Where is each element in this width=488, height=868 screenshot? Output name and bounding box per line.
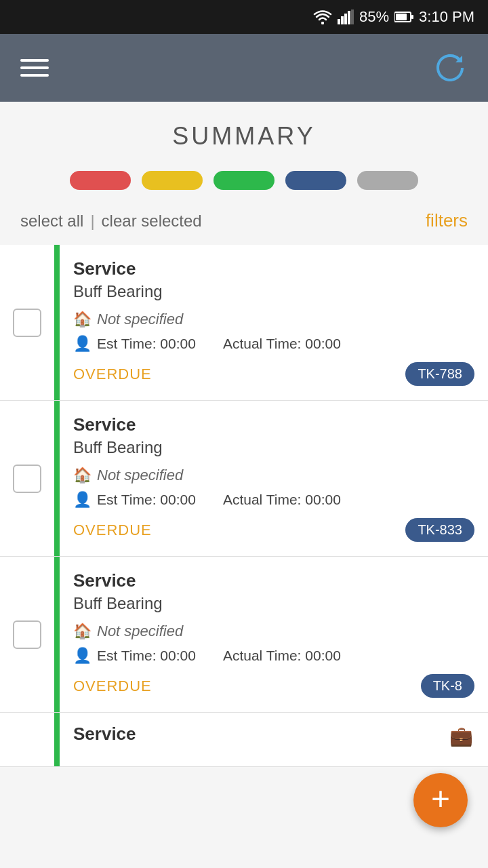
item-type-1: Service [73,258,474,279]
status-bar: 85% 3:10 PM [0,0,488,34]
item-times-3: 👤 Est Time: 00:00 Actual Time: 00:00 [73,647,474,665]
item-checkbox-3[interactable] [13,620,41,649]
svg-rect-1 [338,19,340,24]
hamburger-menu[interactable] [20,59,49,77]
item-location-1: 🏠 Not specified [73,311,474,328]
item-checkbox-area-1 [0,245,54,400]
item-content-2: Service Buff Bearing 🏠 Not specified 👤 E… [60,401,488,556]
house-icon-3: 🏠 [73,623,92,640]
svg-rect-4 [348,11,350,24]
clear-selected-link[interactable]: clear selected [102,212,202,231]
battery-text: 85% [359,8,389,26]
item-content-1: Service Buff Bearing 🏠 Not specified 👤 E… [60,245,488,400]
item-actual-time-1: Actual Time: 00:00 [223,336,341,352]
blue-pill[interactable] [285,171,346,190]
item-name-2: Buff Bearing [73,438,474,457]
item-status-1: OVERDUE [73,366,152,383]
svg-rect-7 [396,14,407,20]
wifi-icon [313,9,332,24]
status-icons: 85% 3:10 PM [313,8,474,26]
item-location-3: 🏠 Not specified [73,623,474,640]
svg-rect-5 [351,9,354,24]
item-location-text-3: Not specified [97,623,183,640]
item-status-2: OVERDUE [73,521,152,539]
item-actual-time-2: Actual Time: 00:00 [223,492,341,508]
item-footer-3: OVERDUE TK-8 [73,674,474,698]
item-location-text-2: Not specified [97,467,183,484]
item-green-bar-1 [54,245,60,400]
item-partial-icons-4: 💼 [434,713,488,747]
item-status-3: OVERDUE [73,677,152,695]
briefcase-icon-4: 💼 [449,725,473,747]
select-divider: | [90,212,94,231]
item-location-text-1: Not specified [97,311,183,328]
item-checkbox-2[interactable] [13,465,41,493]
list-item: Service Buff Bearing 🏠 Not specified 👤 E… [0,401,488,557]
list-item: Service Buff Bearing 🏠 Not specified 👤 E… [0,557,488,713]
item-footer-1: OVERDUE TK-788 [73,362,474,386]
svg-rect-8 [411,15,413,19]
filters-button[interactable]: filters [426,210,468,231]
item-green-bar-4 [54,713,60,766]
yellow-pill[interactable] [142,171,203,190]
page-title: SUMMARY [0,102,488,164]
item-content-4: Service [60,713,434,753]
person-icon-1: 👤 [73,335,92,353]
svg-rect-2 [341,16,344,24]
item-footer-2: OVERDUE TK-833 [73,518,474,542]
select-row: select all | clear selected filters [0,203,488,245]
svg-point-0 [321,22,324,24]
item-badge-3: TK-8 [421,674,474,698]
item-checkbox-area-3 [0,557,54,712]
refresh-button[interactable] [432,50,468,85]
item-content-3: Service Buff Bearing 🏠 Not specified 👤 E… [60,557,488,712]
item-green-bar-3 [54,557,60,712]
list-item-partial: Service 💼 [0,713,488,767]
person-icon-2: 👤 [73,491,92,509]
fab-icon: + [431,783,450,815]
item-location-2: 🏠 Not specified [73,467,474,484]
green-pill[interactable] [214,171,274,190]
house-icon-2: 🏠 [73,467,92,484]
item-checkbox-area-2 [0,401,54,556]
item-badge-1: TK-788 [405,362,474,386]
item-est-time-3: Est Time: 00:00 [97,648,196,664]
select-controls: select all | clear selected [20,212,202,231]
item-est-time-1: Est Time: 00:00 [97,336,196,352]
item-green-bar-2 [54,401,60,556]
color-filter-pills [0,164,488,203]
red-pill[interactable] [70,171,131,190]
gray-pill[interactable] [357,171,418,190]
item-name-3: Buff Bearing [73,594,474,613]
house-icon-1: 🏠 [73,311,92,328]
list-container: Service Buff Bearing 🏠 Not specified 👤 E… [0,245,488,781]
item-times-2: 👤 Est Time: 00:00 Actual Time: 00:00 [73,491,474,509]
item-type-3: Service [73,570,474,591]
item-times-1: 👤 Est Time: 00:00 Actual Time: 00:00 [73,335,474,353]
person-icon-3: 👤 [73,647,92,665]
top-nav [0,34,488,102]
svg-rect-3 [344,14,347,24]
item-badge-2: TK-833 [405,518,474,542]
select-all-link[interactable]: select all [20,212,83,231]
item-name-1: Buff Bearing [73,282,474,301]
item-type-4: Service [73,724,420,745]
list-item: Service Buff Bearing 🏠 Not specified 👤 E… [0,245,488,401]
fab-button[interactable]: + [413,773,468,827]
item-est-time-2: Est Time: 00:00 [97,492,196,508]
item-checkbox-1[interactable] [13,309,41,337]
battery-icon [394,11,413,23]
signal-icon [338,9,354,24]
item-actual-time-3: Actual Time: 00:00 [223,648,341,664]
item-type-2: Service [73,414,474,435]
time-text: 3:10 PM [419,8,474,26]
